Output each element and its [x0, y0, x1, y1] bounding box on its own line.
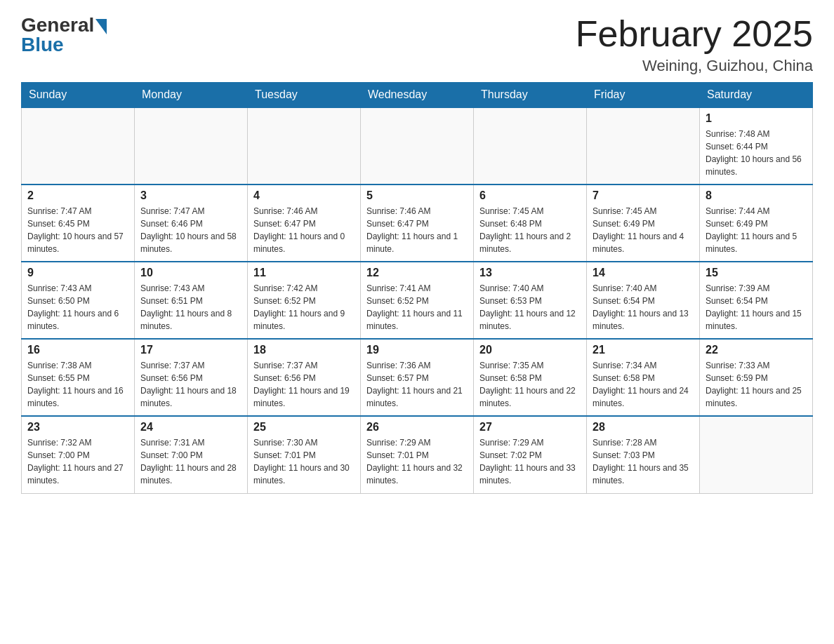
logo: General Blue — [21, 14, 107, 56]
day-info: Sunrise: 7:28 AMSunset: 7:03 PMDaylight:… — [593, 436, 694, 487]
calendar-cell: 7Sunrise: 7:45 AMSunset: 6:49 PMDaylight… — [587, 185, 700, 262]
calendar-cell: 26Sunrise: 7:29 AMSunset: 7:01 PMDayligh… — [361, 416, 474, 493]
day-info: Sunrise: 7:35 AMSunset: 6:58 PMDaylight:… — [479, 359, 581, 410]
day-info: Sunrise: 7:41 AMSunset: 6:52 PMDaylight:… — [366, 282, 468, 333]
day-number: 27 — [479, 421, 581, 434]
calendar-cell: 14Sunrise: 7:40 AMSunset: 6:54 PMDayligh… — [587, 262, 700, 339]
logo-blue-text: Blue — [21, 34, 107, 56]
calendar-cell: 27Sunrise: 7:29 AMSunset: 7:02 PMDayligh… — [474, 416, 587, 493]
day-number: 24 — [140, 421, 241, 434]
calendar-cell: 17Sunrise: 7:37 AMSunset: 6:56 PMDayligh… — [135, 339, 248, 416]
day-info: Sunrise: 7:33 AMSunset: 6:59 PMDaylight:… — [706, 359, 807, 410]
day-info: Sunrise: 7:42 AMSunset: 6:52 PMDaylight:… — [253, 282, 355, 333]
day-number: 18 — [253, 344, 355, 356]
day-number: 16 — [27, 344, 128, 356]
calendar-week-3: 9Sunrise: 7:43 AMSunset: 6:50 PMDaylight… — [22, 262, 813, 339]
day-info: Sunrise: 7:37 AMSunset: 6:56 PMDaylight:… — [253, 359, 355, 410]
calendar-week-4: 16Sunrise: 7:38 AMSunset: 6:55 PMDayligh… — [22, 339, 813, 416]
day-info: Sunrise: 7:36 AMSunset: 6:57 PMDaylight:… — [366, 359, 468, 410]
day-number: 7 — [593, 189, 694, 202]
page-header: General Blue February 2025 Weining, Guiz… — [21, 14, 813, 75]
day-info: Sunrise: 7:47 AMSunset: 6:46 PMDaylight:… — [140, 205, 241, 255]
calendar-cell: 9Sunrise: 7:43 AMSunset: 6:50 PMDaylight… — [22, 262, 135, 339]
calendar-cell — [135, 107, 248, 185]
calendar-cell: 16Sunrise: 7:38 AMSunset: 6:55 PMDayligh… — [22, 339, 135, 416]
day-info: Sunrise: 7:31 AMSunset: 7:00 PMDaylight:… — [140, 436, 241, 487]
day-info: Sunrise: 7:39 AMSunset: 6:54 PMDaylight:… — [706, 282, 807, 333]
logo-arrow-icon — [95, 19, 107, 34]
calendar-cell: 23Sunrise: 7:32 AMSunset: 7:00 PMDayligh… — [22, 416, 135, 493]
calendar-week-1: 1Sunrise: 7:48 AMSunset: 6:44 PMDaylight… — [22, 107, 813, 185]
day-number: 28 — [593, 421, 694, 434]
day-number: 11 — [253, 267, 355, 279]
day-number: 14 — [593, 267, 694, 279]
day-info: Sunrise: 7:46 AMSunset: 6:47 PMDaylight:… — [253, 205, 355, 255]
day-number: 19 — [366, 344, 468, 356]
day-number: 23 — [27, 421, 128, 434]
day-info: Sunrise: 7:30 AMSunset: 7:01 PMDaylight:… — [253, 436, 355, 487]
day-info: Sunrise: 7:43 AMSunset: 6:51 PMDaylight:… — [140, 282, 241, 333]
day-info: Sunrise: 7:34 AMSunset: 6:58 PMDaylight:… — [593, 359, 694, 410]
calendar-cell: 15Sunrise: 7:39 AMSunset: 6:54 PMDayligh… — [700, 262, 813, 339]
calendar-cell: 19Sunrise: 7:36 AMSunset: 6:57 PMDayligh… — [361, 339, 474, 416]
day-info: Sunrise: 7:29 AMSunset: 7:02 PMDaylight:… — [479, 436, 581, 487]
weekday-header-tuesday: Tuesday — [248, 83, 361, 108]
weekday-header-monday: Monday — [135, 83, 248, 108]
day-number: 17 — [140, 344, 241, 356]
day-number: 8 — [706, 189, 807, 202]
day-number: 10 — [140, 267, 241, 279]
day-number: 15 — [706, 267, 807, 279]
calendar-cell: 5Sunrise: 7:46 AMSunset: 6:47 PMDaylight… — [361, 185, 474, 262]
day-number: 9 — [27, 267, 128, 279]
location-title: Weining, Guizhou, China — [576, 57, 813, 75]
calendar-cell: 18Sunrise: 7:37 AMSunset: 6:56 PMDayligh… — [248, 339, 361, 416]
day-info: Sunrise: 7:43 AMSunset: 6:50 PMDaylight:… — [27, 282, 128, 333]
day-number: 1 — [706, 112, 807, 125]
calendar-cell: 13Sunrise: 7:40 AMSunset: 6:53 PMDayligh… — [474, 262, 587, 339]
day-info: Sunrise: 7:48 AMSunset: 6:44 PMDaylight:… — [706, 128, 807, 178]
day-info: Sunrise: 7:45 AMSunset: 6:48 PMDaylight:… — [479, 205, 581, 255]
day-info: Sunrise: 7:44 AMSunset: 6:49 PMDaylight:… — [706, 205, 807, 255]
day-number: 5 — [366, 189, 468, 202]
month-title: February 2025 — [576, 14, 813, 54]
calendar-cell: 25Sunrise: 7:30 AMSunset: 7:01 PMDayligh… — [248, 416, 361, 493]
weekday-header-row: SundayMondayTuesdayWednesdayThursdayFrid… — [22, 83, 813, 108]
calendar-cell: 4Sunrise: 7:46 AMSunset: 6:47 PMDaylight… — [248, 185, 361, 262]
calendar-cell: 22Sunrise: 7:33 AMSunset: 6:59 PMDayligh… — [700, 339, 813, 416]
day-info: Sunrise: 7:32 AMSunset: 7:00 PMDaylight:… — [27, 436, 128, 487]
day-info: Sunrise: 7:38 AMSunset: 6:55 PMDaylight:… — [27, 359, 128, 410]
calendar-cell: 1Sunrise: 7:48 AMSunset: 6:44 PMDaylight… — [700, 107, 813, 185]
day-info: Sunrise: 7:37 AMSunset: 6:56 PMDaylight:… — [140, 359, 241, 410]
day-number: 2 — [27, 189, 128, 202]
day-info: Sunrise: 7:45 AMSunset: 6:49 PMDaylight:… — [593, 205, 694, 255]
day-info: Sunrise: 7:40 AMSunset: 6:53 PMDaylight:… — [479, 282, 581, 333]
day-number: 4 — [253, 189, 355, 202]
day-number: 26 — [366, 421, 468, 434]
day-number: 13 — [479, 267, 581, 279]
calendar-cell: 10Sunrise: 7:43 AMSunset: 6:51 PMDayligh… — [135, 262, 248, 339]
calendar-cell — [700, 416, 813, 493]
day-info: Sunrise: 7:47 AMSunset: 6:45 PMDaylight:… — [27, 205, 128, 255]
calendar-cell — [587, 107, 700, 185]
calendar-cell: 2Sunrise: 7:47 AMSunset: 6:45 PMDaylight… — [22, 185, 135, 262]
calendar-cell: 8Sunrise: 7:44 AMSunset: 6:49 PMDaylight… — [700, 185, 813, 262]
weekday-header-sunday: Sunday — [22, 83, 135, 108]
day-number: 21 — [593, 344, 694, 356]
day-number: 25 — [253, 421, 355, 434]
calendar-cell — [22, 107, 135, 185]
weekday-header-saturday: Saturday — [700, 83, 813, 108]
day-number: 22 — [706, 344, 807, 356]
calendar-cell: 20Sunrise: 7:35 AMSunset: 6:58 PMDayligh… — [474, 339, 587, 416]
day-info: Sunrise: 7:46 AMSunset: 6:47 PMDaylight:… — [366, 205, 468, 255]
weekday-header-wednesday: Wednesday — [361, 83, 474, 108]
calendar-week-5: 23Sunrise: 7:32 AMSunset: 7:00 PMDayligh… — [22, 416, 813, 493]
calendar-cell — [361, 107, 474, 185]
title-block: February 2025 Weining, Guizhou, China — [576, 14, 813, 75]
day-number: 3 — [140, 189, 241, 202]
calendar-cell: 21Sunrise: 7:34 AMSunset: 6:58 PMDayligh… — [587, 339, 700, 416]
day-info: Sunrise: 7:40 AMSunset: 6:54 PMDaylight:… — [593, 282, 694, 333]
weekday-header-friday: Friday — [587, 83, 700, 108]
day-number: 20 — [479, 344, 581, 356]
calendar-cell: 28Sunrise: 7:28 AMSunset: 7:03 PMDayligh… — [587, 416, 700, 493]
day-number: 12 — [366, 267, 468, 279]
